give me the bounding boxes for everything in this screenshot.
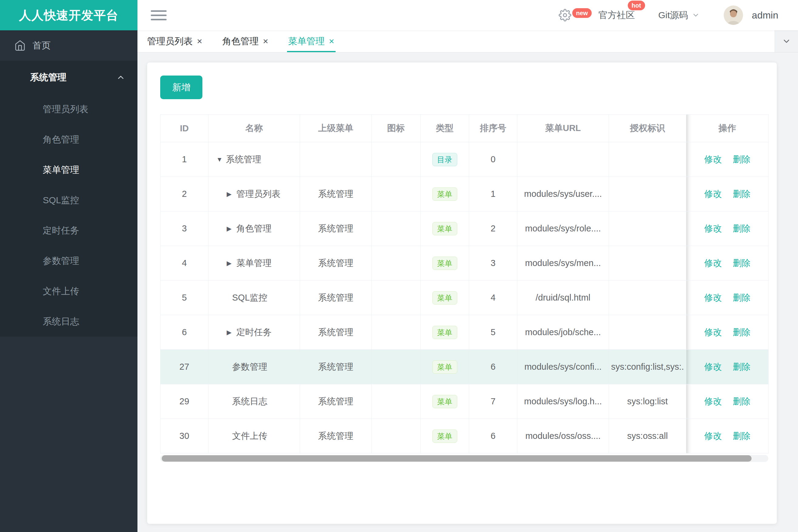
edit-link[interactable]: 修改 — [704, 293, 722, 302]
cell-parent-menu: 系统管理 — [300, 384, 372, 419]
cell-permission — [609, 211, 686, 246]
cell-name: ▶ 管理员列表 — [208, 177, 300, 211]
sidebar-item[interactable]: 文件上传 — [0, 276, 137, 306]
sidebar-item[interactable]: 菜单管理 — [0, 155, 137, 185]
cell-id: 1 — [161, 142, 208, 177]
column-header: 操作 — [686, 115, 768, 142]
edit-link[interactable]: 修改 — [704, 396, 722, 406]
tab-close-icon[interactable]: × — [329, 37, 334, 46]
expand-icon[interactable]: ▶ — [227, 190, 234, 198]
edit-link[interactable]: 修改 — [704, 189, 722, 199]
cell-order: 1 — [469, 177, 517, 211]
cell-parent-menu: 系统管理 — [300, 246, 372, 281]
expand-icon[interactable]: ▶ — [227, 260, 234, 267]
app-header: 人人快速开发平台 new 官方社区 hot Git源码 — [0, 0, 798, 30]
cell-menu-url: modules/sys/role.... — [517, 211, 609, 246]
sidebar-item[interactable]: 管理员列表 — [0, 94, 137, 125]
cell-type: 菜单 — [421, 384, 469, 419]
cell-type: 菜单 — [421, 211, 469, 246]
type-badge: 菜单 — [432, 291, 457, 305]
cell-order: 2 — [469, 211, 517, 246]
content-card: 新增 ID名称上级菜单图标类型排序号菜单URL授权标识操作 1 ▼ 系统管理 — [147, 62, 777, 524]
sidebar-toggle-icon[interactable] — [151, 10, 167, 20]
cell-actions: 修改 删除 — [686, 315, 768, 350]
menu-name: 角色管理 — [236, 223, 272, 235]
tab-label: 管理员列表 — [147, 35, 193, 48]
menu-name: 参数管理 — [232, 361, 267, 373]
delete-link[interactable]: 删除 — [733, 327, 750, 337]
column-header: 授权标识 — [609, 115, 686, 142]
type-badge: 菜单 — [432, 222, 457, 235]
cell-name: ▶ 角色管理 — [208, 211, 300, 246]
delete-link[interactable]: 删除 — [733, 258, 750, 268]
type-badge: 菜单 — [432, 187, 457, 201]
community-link[interactable]: 官方社区 hot — [599, 9, 635, 21]
scrollbar-thumb[interactable] — [162, 455, 751, 462]
edit-link[interactable]: 修改 — [704, 154, 722, 164]
delete-link[interactable]: 删除 — [733, 362, 750, 372]
avatar[interactable] — [724, 5, 743, 25]
column-header: 排序号 — [469, 115, 517, 142]
tab-label: 菜单管理 — [288, 35, 324, 48]
edit-link[interactable]: 修改 — [704, 327, 722, 337]
add-button[interactable]: 新增 — [160, 76, 202, 99]
sidebar-item-home[interactable]: 首页 — [0, 30, 137, 61]
tab-close-icon[interactable]: × — [263, 37, 268, 46]
delete-link[interactable]: 删除 — [733, 396, 750, 406]
edit-link[interactable]: 修改 — [704, 258, 722, 268]
cell-actions: 修改 删除 — [686, 177, 768, 211]
tabs-dropdown-button[interactable] — [775, 30, 798, 52]
tab-label: 角色管理 — [222, 35, 259, 48]
sidebar-item[interactable]: 系统日志 — [0, 306, 137, 337]
cell-parent-menu: 系统管理 — [300, 315, 372, 350]
cell-name: SQL监控 — [208, 281, 300, 315]
horizontal-scrollbar[interactable] — [160, 455, 768, 462]
cell-actions: 修改 删除 — [686, 246, 768, 281]
tab-close-icon[interactable]: × — [197, 37, 202, 46]
cell-permission — [609, 246, 686, 281]
table-row: 4 ▶ 菜单管理 系统管理 菜单 3 modules/sys/men... 修改… — [161, 246, 768, 281]
table-row: 2 ▶ 管理员列表 系统管理 菜单 1 modules/sys/user....… — [161, 177, 768, 211]
new-badge: new — [572, 8, 592, 18]
cell-parent-menu — [300, 142, 372, 177]
sidebar-item[interactable]: 参数管理 — [0, 246, 137, 276]
edit-link[interactable]: 修改 — [704, 362, 722, 372]
cell-permission: sys:oss:all — [609, 419, 686, 453]
delete-link[interactable]: 删除 — [733, 224, 750, 233]
cell-id: 4 — [161, 246, 208, 281]
menu-name: 系统管理 — [226, 153, 261, 166]
delete-link[interactable]: 删除 — [733, 431, 750, 441]
type-badge: 菜单 — [432, 395, 457, 408]
edit-link[interactable]: 修改 — [704, 224, 722, 233]
cell-name: 系统日志 — [208, 384, 300, 419]
username[interactable]: admin — [752, 10, 778, 21]
cell-menu-url: /druid/sql.html — [517, 281, 609, 315]
sidebar-group-header[interactable]: 系统管理 — [0, 61, 137, 94]
git-source-link[interactable]: Git源码 — [658, 9, 700, 21]
sidebar-item[interactable]: 定时任务 — [0, 215, 137, 246]
chevron-up-icon — [116, 73, 125, 82]
tab[interactable]: 菜单管理× — [288, 30, 334, 52]
settings-button[interactable]: new — [559, 9, 571, 21]
open-tabs: 管理员列表×角色管理×菜单管理× — [137, 30, 354, 52]
type-badge: 菜单 — [432, 326, 457, 339]
sidebar-item[interactable]: 角色管理 — [0, 125, 137, 155]
expand-icon[interactable]: ▶ — [227, 225, 234, 232]
delete-link[interactable]: 删除 — [733, 293, 750, 302]
edit-link[interactable]: 修改 — [704, 431, 722, 441]
sidebar-item[interactable]: SQL监控 — [0, 185, 137, 215]
cell-type: 目录 — [421, 142, 469, 177]
cell-icon — [372, 142, 421, 177]
delete-link[interactable]: 删除 — [733, 154, 750, 164]
tab[interactable]: 管理员列表× — [147, 30, 202, 52]
cell-parent-menu: 系统管理 — [300, 281, 372, 315]
type-badge: 目录 — [432, 153, 457, 166]
column-header: 上级菜单 — [300, 115, 372, 142]
expand-icon[interactable]: ▶ — [227, 329, 234, 336]
cell-permission — [609, 177, 686, 211]
delete-link[interactable]: 删除 — [733, 189, 750, 199]
cell-icon — [372, 281, 421, 315]
expand-icon[interactable]: ▼ — [216, 156, 224, 163]
menu-name: 菜单管理 — [236, 257, 272, 269]
tab[interactable]: 角色管理× — [222, 30, 268, 52]
